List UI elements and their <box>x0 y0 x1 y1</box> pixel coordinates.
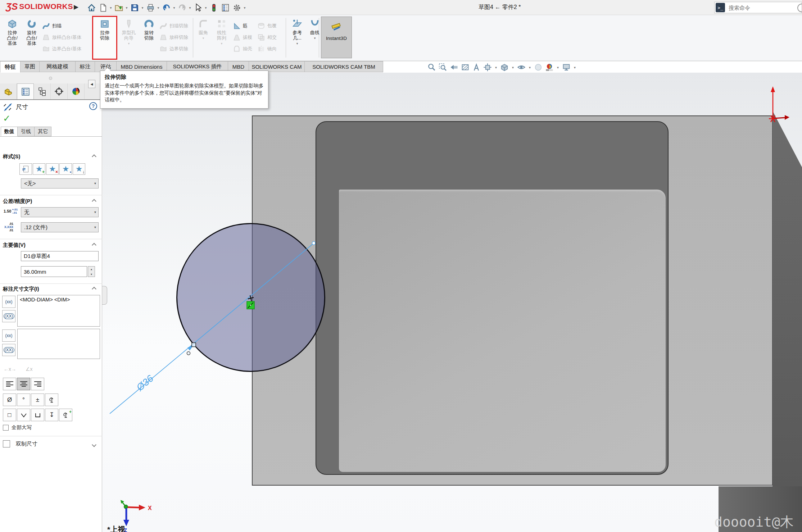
command-search-box[interactable]: >_ <box>714 2 802 13</box>
property-manager-tab[interactable] <box>17 83 34 99</box>
delete-style-button[interactable]: ★× <box>46 163 59 175</box>
style-dropdown[interactable]: <无>▾ <box>21 178 99 188</box>
feature-manager-tab[interactable] <box>0 83 17 99</box>
centerline-symbol-button[interactable] <box>45 394 58 406</box>
redo-caret[interactable]: ▾ <box>188 6 192 10</box>
collapse-chevron-icon[interactable] <box>92 287 96 291</box>
spinner-up-icon[interactable]: ▴ <box>88 267 95 272</box>
menu-expand-arrow-icon[interactable]: ▶ <box>74 3 78 11</box>
view-settings-icon[interactable] <box>562 63 571 72</box>
options-caret[interactable]: ▾ <box>243 6 247 10</box>
reference-geometry-caret[interactable]: ▾ <box>296 42 298 45</box>
revolve-cut-button[interactable]: 旋转 切除 <box>140 19 158 41</box>
counterbore-symbol-button[interactable] <box>31 409 44 421</box>
display-style-icon[interactable] <box>500 63 509 72</box>
fillet-button[interactable]: 圆角 ▾ <box>195 19 212 40</box>
home-button[interactable] <box>86 2 97 13</box>
subtab-other[interactable]: 其它 <box>35 127 51 136</box>
add-style-button[interactable]: ★+ <box>33 163 45 175</box>
loft-boss-button[interactable]: 放样凸台/基体 <box>42 32 82 42</box>
tolerance-dropdown[interactable]: 无▾ <box>21 207 99 217</box>
view-orientation-icon[interactable] <box>483 63 492 72</box>
configuration-manager-tab[interactable] <box>34 83 51 99</box>
select-button[interactable] <box>192 2 204 13</box>
depth-symbol-button[interactable]: ↧ <box>45 409 58 421</box>
section-view-icon[interactable] <box>461 63 470 72</box>
save-caret[interactable]: ▾ <box>140 6 145 10</box>
zoom-to-fit-icon[interactable] <box>427 63 436 72</box>
dim-text2-xx-button[interactable]: (xx) <box>2 329 15 342</box>
dimension-value-label[interactable]: Ø36 <box>134 373 156 393</box>
print-caret[interactable]: ▾ <box>156 6 160 10</box>
view-orientation-caret[interactable]: ▾ <box>494 65 498 69</box>
undo-button[interactable] <box>160 2 172 13</box>
dim-text-xx-button[interactable]: (xx) <box>2 296 15 308</box>
open-caret[interactable]: ▾ <box>124 6 129 10</box>
boundary-cut-button[interactable]: 边界切除 <box>159 44 188 54</box>
part-pocket-floor[interactable] <box>339 190 666 472</box>
shell-button[interactable]: 抽壳 <box>232 44 252 54</box>
tolerance-section-header[interactable]: 公差/精度(P) <box>3 198 99 206</box>
hide-show-items-caret[interactable]: ▾ <box>528 65 531 69</box>
countersink-symbol-button[interactable] <box>17 409 30 421</box>
options-list-button[interactable] <box>219 2 231 13</box>
dim-text-XX-button[interactable]: (XX) <box>2 310 15 322</box>
panel-resize-strip[interactable] <box>0 73 102 83</box>
tab-sketch[interactable]: 草图 <box>21 61 40 72</box>
align-center-button[interactable] <box>17 378 30 390</box>
boundary-boss-button[interactable]: 边界凸台/基体 <box>42 44 82 54</box>
panel-splitter-handle[interactable] <box>102 286 107 305</box>
hole-wizard-button[interactable]: 异型孔 向导 ▾ <box>119 19 139 45</box>
view-settings-caret[interactable]: ▾ <box>573 65 576 69</box>
mirror-button[interactable]: 镜向 <box>257 44 277 54</box>
angle-position-icon[interactable]: ∠x <box>26 366 33 372</box>
more-symbols-button[interactable]: + <box>59 409 72 421</box>
ok-button[interactable]: ✓ <box>3 114 11 123</box>
curves-caret[interactable]: ▾ <box>314 36 316 40</box>
dim-text2-XX-button[interactable]: (XX) <box>2 344 15 356</box>
linear-pattern-caret[interactable]: ▾ <box>221 42 223 45</box>
style-section-header[interactable]: 样式(S) <box>3 153 99 161</box>
collapse-chevron-icon[interactable] <box>92 154 96 159</box>
save-style-button[interactable]: ★▪ <box>59 163 72 175</box>
open-button[interactable] <box>113 2 124 13</box>
load-style-button[interactable]: ★↓ <box>73 163 85 175</box>
fillet-caret[interactable]: ▾ <box>203 36 204 40</box>
hole-wizard-caret[interactable]: ▾ <box>128 42 130 45</box>
precision-dropdown[interactable]: .12 (文件)▾ <box>21 222 99 232</box>
edit-appearance-icon[interactable] <box>534 63 543 72</box>
expand-chevron-icon[interactable] <box>92 442 96 447</box>
new-document-caret[interactable]: ▾ <box>109 6 113 10</box>
diameter-symbol-button[interactable]: Ø <box>3 394 16 406</box>
wrap-button[interactable]: 包覆 <box>257 21 277 31</box>
all-caps-checkbox[interactable] <box>3 425 9 431</box>
tab-features[interactable]: 特征 <box>0 61 21 73</box>
loft-cut-button[interactable]: 放样切除 <box>159 32 188 42</box>
draft-button[interactable]: 拔模 <box>232 32 252 42</box>
intersect-button[interactable]: 相交 <box>257 32 277 42</box>
tab-annotate[interactable]: 标注 <box>76 61 95 72</box>
panel-collapse-button[interactable]: ◀ <box>88 80 95 88</box>
align-right-button[interactable] <box>31 378 44 390</box>
dimension-text-section-header[interactable]: 标注尺寸文字(I) <box>3 286 99 294</box>
collapse-chevron-icon[interactable] <box>92 199 96 204</box>
undo-caret[interactable]: ▾ <box>172 6 176 10</box>
sweep-button[interactable]: 扫描 <box>42 21 62 31</box>
dimension-name-field[interactable]: D1@草图4 <box>21 251 99 261</box>
subtab-value[interactable]: 数值 <box>1 127 18 136</box>
primary-value-section-header[interactable]: 主要值(V) <box>3 242 99 250</box>
graphics-viewport[interactable]: Ø36 <box>103 73 802 532</box>
previous-view-icon[interactable] <box>450 63 458 72</box>
search-input[interactable] <box>728 4 802 11</box>
revolve-boss-button[interactable]: 旋转 凸台/ 基体 <box>22 19 41 46</box>
dimension-text-area-2[interactable] <box>17 329 100 359</box>
redo-button[interactable] <box>176 2 188 13</box>
collapse-chevron-icon[interactable] <box>92 243 96 247</box>
horizontal-position-icon[interactable]: ←x→ <box>4 366 16 372</box>
dimxpert-manager-tab[interactable] <box>51 83 68 99</box>
reference-geometry-button[interactable]: 参考 几... ▾ <box>288 19 307 45</box>
align-left-button[interactable] <box>3 378 16 390</box>
save-button[interactable] <box>129 2 140 13</box>
degree-symbol-button[interactable]: ° <box>17 394 30 406</box>
value-spinner[interactable]: ▴ ▾ <box>88 266 95 277</box>
